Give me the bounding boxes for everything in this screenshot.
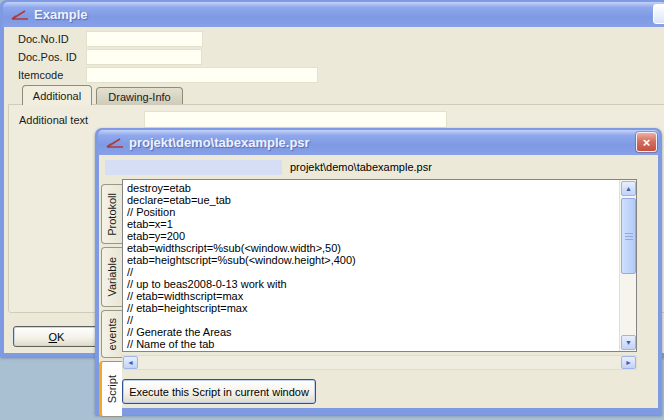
app-angle-icon: [10, 8, 30, 22]
scroll-right-icon: ►: [625, 359, 632, 366]
side-tab-events[interactable]: events: [101, 310, 122, 358]
ok-button-label: OK: [49, 331, 65, 343]
window-title: Example: [34, 7, 87, 22]
thumb-grip-icon: [625, 233, 633, 240]
script-editor-text[interactable]: destroy=etab declare=etab=ue_tab // Posi…: [123, 180, 619, 351]
close-button[interactable]: ×: [636, 132, 657, 152]
script-dialog-titlebar[interactable]: projekt\demo\tabexample.psr: [98, 130, 659, 155]
side-tab-events-label: events: [106, 318, 118, 350]
script-dialog-body: projekt\demo\tabexample.psr Protokoll Va…: [99, 155, 658, 408]
side-tab-variable[interactable]: Variable: [101, 247, 122, 307]
desktop: Example Doc.No.ID Doc.Pos. ID Itemcode A…: [0, 0, 664, 420]
field-label-itemcode: Itemcode: [18, 69, 63, 81]
dialog-input-field[interactable]: [105, 160, 282, 175]
horizontal-scrollbar[interactable]: ◄ ►: [122, 355, 637, 370]
side-tab-protokoll[interactable]: Protokoll: [101, 184, 122, 244]
script-dialog: projekt\demo\tabexample.psr × projekt\de…: [95, 128, 662, 415]
scroll-down-button[interactable]: ▼: [621, 335, 636, 350]
ok-button[interactable]: OK: [13, 326, 100, 347]
additional-text-label: Additional text: [19, 114, 88, 126]
side-tab-variable-label: Variable: [106, 257, 118, 297]
itemcode-field[interactable]: [86, 67, 318, 83]
scroll-down-icon: ▼: [625, 339, 632, 346]
doc-pos-id-field[interactable]: [86, 49, 202, 65]
additional-text-field[interactable]: [144, 111, 447, 128]
script-editor: destroy=etab declare=etab=ue_tab // Posi…: [122, 179, 637, 352]
doc-no-id-field[interactable]: [86, 31, 203, 47]
vertical-scrollbar-thumb[interactable]: [621, 198, 636, 274]
script-path-label: projekt\demo\tabexample.psr: [290, 161, 432, 173]
field-label-doc-no-id: Doc.No.ID: [18, 33, 69, 45]
side-tab-script-label: Script: [106, 375, 118, 403]
dialog-angle-icon: [105, 136, 125, 150]
tab-additional-label: Additional: [33, 90, 81, 102]
window-control-button-partial[interactable]: [653, 4, 664, 24]
scroll-left-icon: ◄: [127, 359, 134, 366]
field-label-doc-pos-id: Doc.Pos. ID: [18, 51, 77, 63]
scroll-right-button[interactable]: ►: [621, 356, 636, 369]
scroll-up-icon: ▲: [625, 185, 632, 192]
scroll-left-button[interactable]: ◄: [123, 356, 138, 369]
tab-drawing-info-label: Drawing-Info: [108, 91, 170, 103]
vertical-scrollbar[interactable]: ▲ ▼: [619, 180, 636, 351]
close-icon: ×: [643, 136, 651, 149]
example-window-titlebar[interactable]: Example: [3, 2, 664, 27]
execute-script-button[interactable]: Execute this Script in current window: [122, 379, 316, 404]
side-tab-script[interactable]: Script: [99, 361, 122, 417]
side-tab-protokoll-label: Protokoll: [106, 193, 118, 236]
tab-drawing-info[interactable]: Drawing-Info: [96, 87, 183, 105]
dialog-title: projekt\demo\tabexample.psr: [129, 135, 310, 150]
scroll-up-button[interactable]: ▲: [621, 181, 636, 196]
tab-additional[interactable]: Additional: [22, 85, 92, 105]
execute-script-button-label: Execute this Script in current window: [129, 386, 309, 398]
